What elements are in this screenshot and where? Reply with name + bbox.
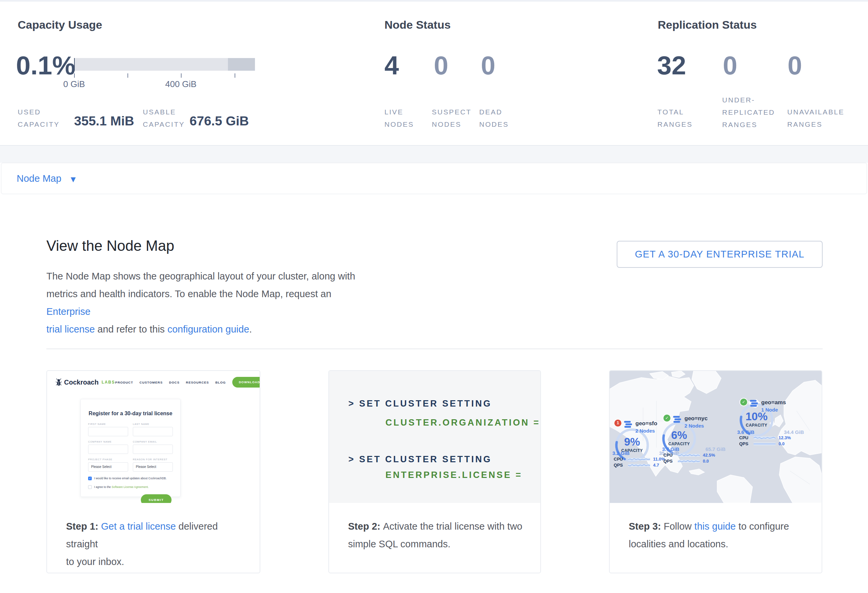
locality-name: geo=ams [761, 399, 786, 406]
live-nodes-count: 4 [384, 52, 399, 78]
usable-capacity-label: USABLE CAPACITY [143, 106, 191, 130]
qps-label: QPS [739, 441, 750, 446]
total-capacity: 65.7 GiB [706, 446, 725, 452]
qps-value: 0.0 [779, 441, 785, 446]
get-trial-license-link[interactable]: Get a trial license [101, 521, 176, 532]
qps-value: 0.0 [703, 459, 709, 464]
enterprise-trial-license-link[interactable]: Enterprise [46, 306, 90, 317]
sql-terminal-illustration: > SET CLUSTER SETTING CLUSTER.ORGANIZATI… [329, 371, 540, 503]
used-capacity: 3.6 GiB [737, 429, 754, 435]
used-capacity-label: USED CAPACITY [18, 106, 61, 130]
database-icon [750, 400, 759, 407]
database-icon [673, 416, 682, 423]
section-divider [46, 349, 822, 349]
total-ranges-count: 32 [657, 52, 686, 78]
dead-nodes-count: 0 [481, 52, 495, 78]
chevron-down-icon: ▾ [71, 174, 76, 184]
axis-tick [235, 74, 235, 78]
step1-card: Cockroach LABS PRODUCT CUSTOMERS DOCS RE… [46, 370, 260, 573]
capacity-label: CAPACITY [738, 423, 775, 428]
node-map-selector[interactable]: Node Map ▾ [1, 163, 867, 194]
capacity-label: CAPACITY [661, 441, 697, 446]
axis-tick-label: 400 GiB [158, 79, 204, 90]
usable-capacity-value: 676.5 GiB [190, 114, 249, 128]
cpu-sparkline [678, 453, 700, 457]
intro-line3: and refer to this [95, 324, 168, 334]
qps-label: QPS [614, 463, 625, 468]
intro-paragraph: The Node Map shows the geographical layo… [46, 268, 373, 338]
enterprise-trial-license-link[interactable]: trial license [46, 324, 95, 334]
nav-resources: RESOURCES [186, 381, 209, 384]
intro-line1: The Node Map shows the geographical layo… [46, 271, 355, 281]
cpu-label: CPU [663, 453, 675, 458]
nav-customers: CUSTOMERS [139, 381, 163, 384]
axis-tick [127, 74, 128, 78]
used-capacity-value: 355.1 MiB [74, 114, 134, 128]
last-name-field [133, 427, 173, 436]
error-badge: 1 [614, 419, 621, 427]
used-capacity: 3.7 GiB [662, 446, 679, 452]
ok-badge: ✓ [740, 399, 747, 406]
step2-card: > SET CLUSTER SETTING CLUSTER.ORGANIZATI… [328, 370, 541, 573]
form-title: Register for a 30-day trial license [88, 411, 173, 416]
node-map-selector-label: Node Map [17, 173, 61, 184]
cluster-summary-panel: Capacity Usage 0.1% 0 GiB 400 GiB USED C… [0, 1, 868, 146]
registration-screenshot: Cockroach LABS PRODUCT CUSTOMERS DOCS RE… [47, 371, 260, 503]
first-name-field [88, 427, 128, 436]
capacity-percent: 0.1% [16, 52, 75, 78]
locality-node-count: 2 Nodes [635, 428, 657, 434]
axis-tick [181, 74, 182, 78]
company-name-field [88, 444, 128, 454]
qps-sparkline [754, 441, 775, 446]
used-capacity: 3.2 GiB [613, 450, 630, 456]
nav-blog: BLOG [215, 381, 226, 384]
capacity-usage-title: Capacity Usage [18, 18, 102, 31]
cpu-sparkline [628, 457, 650, 461]
ok-badge: ✓ [663, 415, 670, 422]
checkbox-checked-icon: ✓ [88, 477, 92, 480]
unavailable-ranges-count: 0 [788, 52, 802, 78]
nav-product: PRODUCT [115, 381, 133, 384]
cpu-value: 12.3% [779, 435, 791, 440]
software-license-link: Software License Agreement. [111, 485, 149, 489]
map-locality-ams: ✓ geo=ams 1 Node 10% CAPACITY 3.6 GiB 34… [738, 398, 816, 465]
trial-license-form: Register for a 30-day trial license FIRS… [80, 399, 180, 497]
node-status-title: Node Status [384, 18, 450, 31]
locality-node-count: 2 Nodes [685, 423, 707, 428]
capacity-percent: 9% [614, 436, 650, 448]
locality-name: geo=sfo [635, 420, 657, 427]
capacity-percent: 6% [661, 429, 697, 441]
qps-sparkline [628, 463, 650, 467]
cockroach-labs-logo: Cockroach LABS [56, 378, 115, 386]
sql-line: > SET CLUSTER SETTING [348, 399, 492, 409]
step1-caption: Step 1: Get a trial license delivered st… [47, 503, 260, 571]
total-ranges-label: TOTAL RANGES [657, 106, 707, 130]
qps-label: QPS [663, 459, 675, 464]
sql-line: ENTERPRISE.LICENSE = [385, 470, 522, 480]
unavailable-ranges-label: UNAVAILABLE RANGES [787, 106, 861, 130]
step3-caption: Step 3: Follow this guide to configure l… [610, 503, 822, 553]
capacity-bar [74, 58, 255, 71]
project-phase-select: Please Select [88, 462, 128, 472]
qps-value: 4.7 [653, 463, 659, 468]
sql-line: > SET CLUSTER SETTING [348, 454, 492, 465]
under-replicated-count: 0 [723, 52, 737, 78]
cpu-label: CPU [739, 435, 750, 440]
replication-status-title: Replication Status [658, 18, 757, 31]
locality-name: geo=nyc [685, 415, 707, 422]
enterprise-trial-button[interactable]: GET A 30-DAY ENTERPRISE TRIAL [617, 241, 822, 268]
configuration-guide-link[interactable]: configuration guide [168, 324, 249, 334]
this-guide-link[interactable]: this guide [694, 521, 736, 532]
under-replicated-label: UNDER-REPLICATED RANGES [722, 94, 782, 131]
qps-sparkline [678, 459, 700, 463]
step3-card: 1 geo=sfo 2 Nodes 9% CAPACITY 3.2 GiB 35… [609, 370, 822, 573]
cpu-label: CPU [614, 456, 625, 462]
suspect-nodes-count: 0 [434, 52, 448, 78]
dead-nodes-label: DEAD NODES [479, 106, 519, 130]
sql-line: CLUSTER.ORGANIZATION = [385, 418, 540, 428]
node-map-illustration: 1 geo=sfo 2 Nodes 9% CAPACITY 3.2 GiB 35… [610, 371, 822, 503]
axis-tick [74, 74, 75, 78]
checkbox-icon [88, 485, 92, 489]
live-nodes-label: LIVE NODES [384, 106, 425, 130]
database-icon [624, 421, 633, 428]
